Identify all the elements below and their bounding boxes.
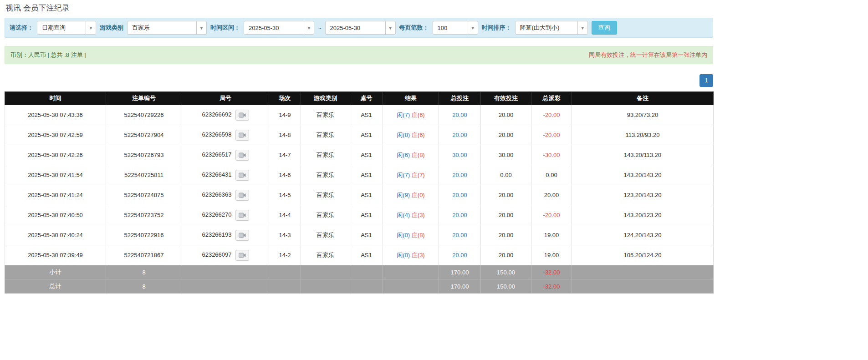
result-banker: 庄(3) — [412, 252, 425, 259]
cell-valid-bet: 20.00 — [481, 105, 531, 125]
cell-remark: 93.20/73.20 — [572, 105, 714, 125]
round-id-text: 623266270 — [202, 211, 231, 218]
cell-game-type: 百家乐 — [301, 125, 350, 145]
table-header-row: 时间 注单编号 局号 场次 游戏类别 桌号 结果 总投注 有效投注 总派彩 备注 — [5, 92, 714, 105]
cell-table-no: AS1 — [350, 185, 383, 205]
table-row: 2025-05-30 07:43:36 522540729226 6232666… — [5, 105, 714, 125]
cell-result: 闲(4) 庄(3) — [383, 205, 439, 225]
search-button[interactable]: 查询 — [592, 21, 617, 35]
page-button-1[interactable]: 1 — [700, 74, 713, 87]
total-bet-link[interactable]: 30.00 — [452, 152, 467, 158]
cell-remark: 143.20/143.20 — [572, 165, 714, 185]
cell-payout: -20.00 — [531, 205, 572, 225]
total-bet-link[interactable]: 20.00 — [452, 172, 467, 178]
cell-payout: 19.00 — [531, 225, 572, 245]
video-camera-icon — [239, 233, 246, 238]
header-time: 时间 — [5, 92, 106, 105]
page-size-value: 100 — [433, 21, 468, 34]
cell-time: 2025-05-30 07:42:26 — [5, 145, 106, 165]
result-banker: 庄(3) — [412, 212, 425, 218]
cell-valid-bet: 20.00 — [481, 205, 531, 225]
subtotal-label: 小计 — [5, 265, 106, 279]
page-size-select[interactable]: 100 ▼ — [433, 21, 478, 35]
video-replay-button[interactable] — [235, 250, 249, 261]
date-to-select[interactable]: 2025-05-30 ▼ — [325, 21, 396, 35]
cell-session: 14-4 — [269, 205, 301, 225]
game-type-select[interactable]: 百家乐 ▼ — [127, 21, 207, 35]
cell-bet-id: 522540725811 — [106, 165, 182, 185]
chevron-down-icon: ▼ — [577, 21, 587, 34]
table-row: 2025-05-30 07:40:24 522540722916 6232661… — [5, 225, 714, 245]
cell-total-bet: 20.00 — [439, 205, 481, 225]
total-total-bet: 170.00 — [439, 279, 481, 294]
cell-table-no: AS1 — [350, 245, 383, 265]
time-range-label: 时间区间： — [210, 24, 240, 32]
total-count: 8 — [106, 279, 182, 294]
sort-order-value: 降冪(由大到小) — [516, 21, 577, 34]
round-id-text: 623266097 — [202, 251, 231, 258]
cell-valid-bet: 20.00 — [481, 185, 531, 205]
sort-order-select[interactable]: 降冪(由大到小) ▼ — [515, 21, 588, 35]
cell-bet-id: 522540722916 — [106, 225, 182, 245]
total-bet-link[interactable]: 20.00 — [452, 112, 467, 118]
table-row: 2025-05-30 07:39:49 522540721867 6232660… — [5, 245, 714, 265]
video-replay-button[interactable] — [235, 210, 249, 221]
total-bet-link[interactable]: 20.00 — [452, 132, 467, 138]
round-id-text: 623266598 — [202, 131, 231, 138]
cell-game-type: 百家乐 — [301, 245, 350, 265]
video-replay-button[interactable] — [235, 150, 249, 161]
cell-round-id: 623266598 — [182, 125, 269, 145]
video-replay-button[interactable] — [235, 130, 249, 141]
game-type-label: 游戏类别 — [100, 24, 123, 32]
result-banker: 庄(0) — [412, 192, 425, 198]
cell-session: 14-9 — [269, 105, 301, 125]
cell-table-no: AS1 — [350, 165, 383, 185]
video-camera-icon — [239, 253, 246, 258]
cell-result: 闲(0) 庄(8) — [383, 225, 439, 245]
date-from-select[interactable]: 2025-05-30 ▼ — [244, 21, 314, 35]
date-from-value: 2025-05-30 — [244, 21, 304, 34]
round-id-text: 623266193 — [202, 231, 231, 238]
cell-round-id: 623266517 — [182, 145, 269, 165]
table-row: 2025-05-30 07:40:50 522540723752 6232662… — [5, 205, 714, 225]
round-id-text: 623266431 — [202, 171, 231, 178]
cell-payout: 0.00 — [531, 165, 572, 185]
total-bet-link[interactable]: 20.00 — [452, 252, 467, 259]
result-banker: 庄(6) — [412, 112, 425, 118]
result-player: 闲(9) — [397, 192, 410, 198]
cell-payout: 20.00 — [531, 185, 572, 205]
total-bet-link[interactable]: 20.00 — [452, 212, 467, 218]
result-player: 闲(4) — [397, 212, 410, 218]
cell-time: 2025-05-30 07:41:24 — [5, 185, 106, 205]
cell-session: 14-6 — [269, 165, 301, 185]
video-replay-button[interactable] — [235, 110, 249, 121]
cell-payout: -20.00 — [531, 105, 572, 125]
total-bet-link[interactable]: 20.00 — [452, 232, 467, 238]
video-camera-icon — [239, 193, 246, 198]
bet-records-table: 时间 注单编号 局号 场次 游戏类别 桌号 结果 总投注 有效投注 总派彩 备注… — [5, 91, 714, 294]
round-id-text: 623266363 — [202, 191, 231, 198]
video-replay-button[interactable] — [235, 190, 249, 201]
cell-remark: 105.20/124.20 — [572, 245, 714, 265]
video-replay-button[interactable] — [235, 230, 249, 241]
query-type-value: 日期查询 — [37, 21, 86, 34]
query-type-select[interactable]: 日期查询 ▼ — [37, 21, 96, 35]
cell-total-bet: 20.00 — [439, 225, 481, 245]
cell-round-id: 623266193 — [182, 225, 269, 245]
game-type-value: 百家乐 — [128, 21, 196, 34]
filter-bar: 请选择： 日期查询 ▼ 游戏类别 百家乐 ▼ 时间区间： 2025-05-30 … — [5, 18, 713, 38]
total-bet-link[interactable]: 20.00 — [452, 192, 467, 198]
cell-bet-id: 522540723752 — [106, 205, 182, 225]
cell-time: 2025-05-30 07:40:50 — [5, 205, 106, 225]
cell-valid-bet: 0.00 — [481, 165, 531, 185]
cell-session: 14-8 — [269, 125, 301, 145]
cell-bet-id: 522540726793 — [106, 145, 182, 165]
result-player: 闲(0) — [397, 252, 410, 259]
video-replay-button[interactable] — [235, 170, 249, 181]
cell-result: 闲(6) 庄(8) — [383, 145, 439, 165]
cell-result: 闲(7) 庄(7) — [383, 165, 439, 185]
subtotal-valid-bet: 150.00 — [481, 265, 531, 279]
round-id-text: 623266517 — [202, 151, 231, 158]
cell-round-id: 623266363 — [182, 185, 269, 205]
cell-bet-id: 522540724875 — [106, 185, 182, 205]
